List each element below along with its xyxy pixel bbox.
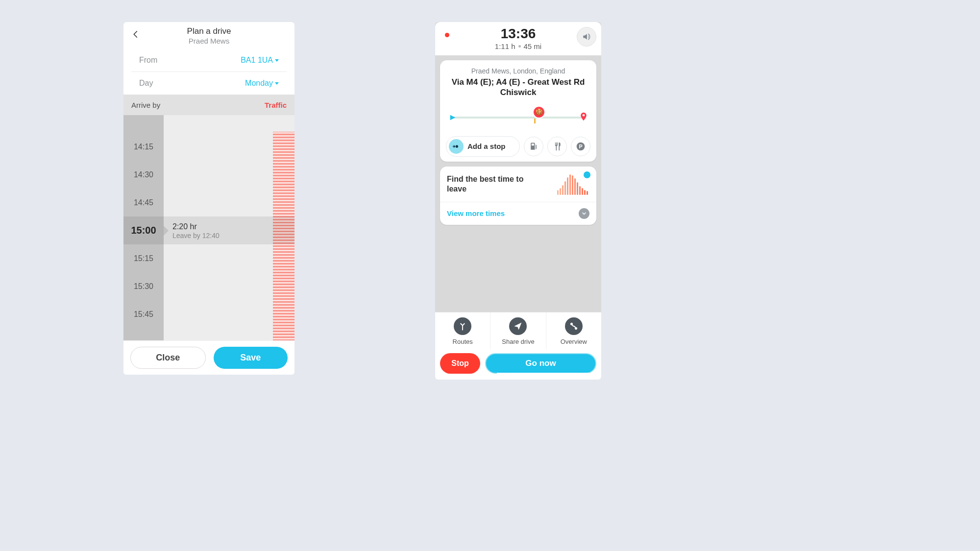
share-label: Share drive: [502, 338, 534, 345]
selected-leave-by: Leave by 12:40: [172, 231, 220, 239]
food-button[interactable]: [547, 137, 567, 156]
page-title: Plan a drive: [123, 26, 294, 36]
arrival-time: 13:36: [440, 26, 596, 42]
time-row[interactable]: 14:30: [123, 161, 294, 189]
share-button[interactable]: Share drive: [490, 312, 546, 349]
time-label: 15:15: [123, 254, 164, 263]
parking-icon: P: [576, 142, 586, 151]
destination-pin-icon: [579, 111, 588, 124]
schedule-body[interactable]: 14:1514:3014:4515:002:20 hrLeave by 12:4…: [123, 115, 294, 356]
go-now-button[interactable]: Go now: [485, 353, 596, 374]
svg-point-0: [456, 145, 458, 147]
sound-button[interactable]: [577, 27, 596, 47]
share-icon: [509, 317, 527, 335]
destination-address: Praed Mews, London, England: [446, 67, 590, 75]
best-time-label: Find the best time to leave: [447, 174, 525, 194]
route-description: Via M4 (E); A4 (E) - Great West Rd Chisw…: [446, 77, 590, 98]
bottom-bar: Routes Share drive Overview Stop Go now: [435, 312, 601, 380]
recording-indicator-icon: [445, 33, 449, 37]
footer-actions: Close Save: [123, 340, 294, 375]
selected-duration: 2:20 hr: [172, 222, 220, 231]
routes-icon: [454, 317, 471, 335]
time-label: 14:45: [123, 198, 164, 207]
route-actions: Add a stop P: [446, 136, 590, 157]
chevron-down-icon: [579, 208, 589, 219]
hazard-icon: 🍪: [533, 106, 545, 119]
route-card: Praed Mews, London, England Via M4 (E); …: [440, 60, 596, 162]
top-bar: 13:36 1:11 h 45 mi: [435, 22, 601, 55]
save-button[interactable]: Save: [214, 347, 288, 369]
time-row[interactable]: 15:002:20 hrLeave by 12:40: [123, 216, 294, 244]
clock-icon: [583, 170, 591, 179]
best-time-card: Find the best time to leave View more ti…: [440, 167, 596, 225]
page-subtitle: Praed Mews: [123, 37, 294, 45]
time-label: 15:30: [123, 282, 164, 291]
duration: 1:11 h: [495, 42, 515, 50]
time-row[interactable]: 14:15: [123, 133, 294, 161]
traffic-mini-graph-icon: [557, 173, 589, 195]
add-stop-label: Add a stop: [467, 142, 506, 150]
day-label: Day: [139, 79, 153, 88]
routes-label: Routes: [453, 338, 473, 345]
time-label: 14:15: [123, 143, 164, 151]
time-label: 15:45: [123, 310, 164, 319]
trip-stats: 1:11 h 45 mi: [440, 42, 596, 50]
gas-icon: [529, 142, 539, 151]
from-label: From: [139, 56, 157, 65]
plan-drive-screen: Plan a drive Praed Mews From BA1 1UA Day…: [123, 22, 294, 375]
chevron-down-icon: [275, 59, 279, 62]
traffic-label: Traffic: [265, 101, 287, 109]
schedule-header: Arrive by Traffic: [123, 95, 294, 115]
arrive-by-label: Arrive by: [131, 101, 160, 109]
overview-icon: [565, 317, 583, 335]
add-stop-icon: [449, 139, 464, 154]
back-button[interactable]: [131, 30, 141, 41]
route-progress: 🍪: [446, 107, 590, 131]
time-row[interactable]: 15:30: [123, 272, 294, 300]
svg-text:P: P: [579, 144, 582, 149]
gas-button[interactable]: [524, 137, 543, 156]
time-row[interactable]: 15:45: [123, 300, 294, 328]
time-row[interactable]: 14:45: [123, 189, 294, 216]
day-value[interactable]: Monday: [245, 79, 279, 88]
food-icon: [552, 142, 562, 151]
navigation-screen: 13:36 1:11 h 45 mi Praed Mews, London, E…: [435, 22, 601, 380]
stop-button[interactable]: Stop: [440, 353, 480, 374]
chevron-down-icon: [275, 82, 279, 85]
distance: 45 mi: [524, 42, 542, 50]
sound-icon: [582, 32, 591, 42]
overview-button[interactable]: Overview: [546, 312, 601, 349]
day-row[interactable]: Day Monday: [131, 72, 287, 95]
start-icon: [449, 114, 457, 123]
view-more-times-button[interactable]: View more times: [440, 202, 596, 225]
view-more-label: View more times: [447, 209, 505, 217]
close-button[interactable]: Close: [130, 347, 206, 369]
from-value[interactable]: BA1 1UA: [241, 56, 279, 65]
overview-label: Overview: [561, 338, 587, 345]
header: Plan a drive Praed Mews: [123, 22, 294, 49]
from-row[interactable]: From BA1 1UA: [131, 49, 287, 72]
parking-button[interactable]: P: [571, 137, 590, 156]
routes-button[interactable]: Routes: [435, 312, 490, 349]
time-row[interactable]: 15:15: [123, 244, 294, 272]
time-label: 14:30: [123, 170, 164, 179]
add-stop-button[interactable]: Add a stop: [446, 136, 520, 157]
time-label: 15:00: [123, 225, 164, 236]
